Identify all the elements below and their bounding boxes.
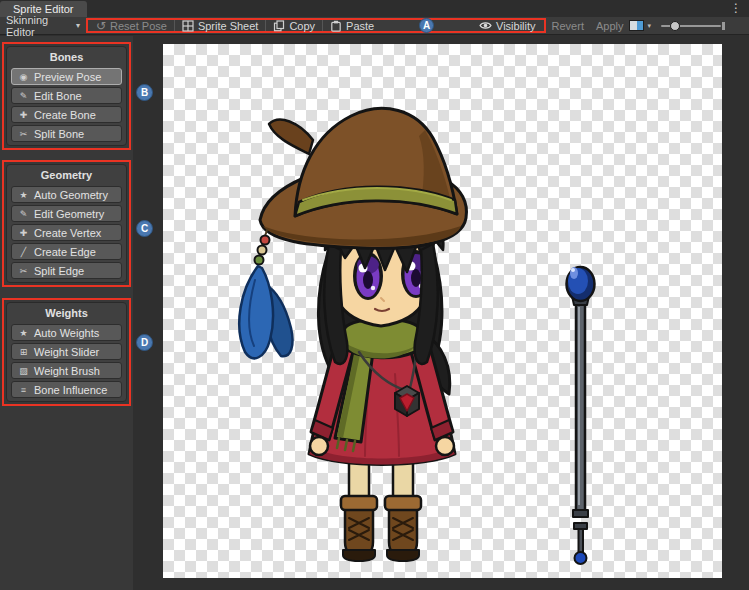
auto-geometry-label: Auto Geometry — [34, 189, 108, 201]
toolbar-separator — [322, 20, 323, 31]
annotation-box-c: Geometry ★ Auto Geometry ✎ Edit Geometry… — [2, 160, 131, 287]
auto-weights-label: Auto Weights — [34, 327, 99, 339]
weight-slider-button[interactable]: ⊞ Weight Slider — [11, 343, 122, 360]
callout-b: B — [136, 84, 153, 101]
geometry-panel: Geometry ★ Auto Geometry ✎ Edit Geometry… — [6, 164, 127, 283]
opacity-slider[interactable] — [661, 19, 721, 33]
slider-end-tick — [722, 22, 725, 30]
paste-icon — [330, 20, 342, 32]
weight-brush-icon: ▨ — [17, 366, 30, 376]
split-edge-button[interactable]: ✂ Split Edge — [11, 262, 122, 279]
apply-label: Apply — [596, 20, 624, 32]
create-edge-label: Create Edge — [34, 246, 96, 258]
create-bone-icon: ✚ — [17, 110, 30, 120]
create-bone-label: Create Bone — [34, 109, 96, 121]
toolbar-spacer: A — [380, 18, 473, 33]
apply-button[interactable]: Apply — [590, 17, 630, 34]
annotation-box-d: Weights ★ Auto Weights ⊞ Weight Slider ▨… — [2, 298, 131, 406]
main-area: Bones ◉ Preview Pose ✎ Edit Bone ✚ Creat… — [0, 36, 749, 590]
create-vertex-button[interactable]: ✚ Create Vertex — [11, 224, 122, 241]
auto-weights-icon: ★ — [17, 328, 30, 338]
copy-icon — [273, 20, 285, 32]
auto-geometry-button[interactable]: ★ Auto Geometry — [11, 186, 122, 203]
character-sprite — [163, 44, 722, 578]
bone-influence-label: Bone Influence — [34, 384, 107, 396]
toolbar-separator — [174, 20, 175, 31]
weight-brush-button[interactable]: ▨ Weight Brush — [11, 362, 122, 379]
toolbar-separator — [265, 20, 266, 31]
overlay-swatch-icon — [629, 20, 644, 31]
edit-geometry-button[interactable]: ✎ Edit Geometry — [11, 205, 122, 222]
weight-slider-icon: ⊞ — [17, 347, 30, 357]
annotation-box-b: Bones ◉ Preview Pose ✎ Edit Bone ✚ Creat… — [2, 42, 131, 150]
edit-bone-icon: ✎ — [17, 91, 30, 101]
sprite-editor-window: Sprite Editor ⋮ Skinning Editor ▾ ↺ Rese… — [0, 0, 749, 590]
skinning-editor-dropdown[interactable]: Skinning Editor ▾ — [0, 17, 86, 34]
callout-c-letter: C — [141, 223, 148, 234]
auto-weights-button[interactable]: ★ Auto Weights — [11, 324, 122, 341]
canvas-viewport — [133, 36, 749, 590]
callout-d: D — [136, 334, 153, 351]
create-vertex-icon: ✚ — [17, 228, 30, 238]
chevron-down-icon: ▾ — [76, 21, 80, 30]
visibility-label: Visibility — [496, 20, 536, 32]
reset-pose-button[interactable]: ↺ Reset Pose — [90, 20, 173, 31]
callout-d-letter: D — [141, 337, 148, 348]
auto-geometry-icon: ★ — [17, 190, 30, 200]
weights-panel: Weights ★ Auto Weights ⊞ Weight Slider ▨… — [6, 302, 127, 402]
revert-button[interactable]: Revert — [546, 17, 590, 34]
annotation-box-a: ↺ Reset Pose Sprite Sheet Co — [86, 18, 546, 33]
create-edge-icon: ╱ — [17, 247, 30, 257]
geometry-panel-title: Geometry — [11, 169, 122, 181]
bones-panel-title: Bones — [11, 51, 122, 63]
revert-label: Revert — [552, 20, 584, 32]
create-edge-button[interactable]: ╱ Create Edge — [11, 243, 122, 260]
weight-slider-label: Weight Slider — [34, 346, 99, 358]
feather-charm — [239, 230, 292, 358]
copy-button[interactable]: Copy — [267, 20, 321, 31]
reset-pose-label: Reset Pose — [110, 20, 167, 32]
kebab-menu-icon[interactable]: ⋮ — [730, 1, 742, 16]
preview-pose-icon: ◉ — [17, 72, 30, 82]
bone-influence-icon: ≡ — [17, 385, 30, 395]
skinning-editor-label: Skinning Editor — [6, 14, 71, 38]
split-edge-label: Split Edge — [34, 265, 84, 277]
callout-b-letter: B — [141, 87, 148, 98]
bone-influence-button[interactable]: ≡ Bone Influence — [11, 381, 122, 398]
skinning-toolbar: Skinning Editor ▾ ↺ Reset Pose Sprite Sh… — [0, 17, 749, 35]
eye-icon — [479, 20, 492, 31]
edit-geometry-label: Edit Geometry — [34, 208, 104, 220]
callout-a-letter: A — [423, 20, 430, 31]
preview-pose-button[interactable]: ◉ Preview Pose — [11, 68, 122, 85]
overlay-caret-icon: ▾ — [647, 22, 651, 30]
sprite-canvas[interactable] — [163, 44, 722, 578]
sprite-sheet-grid-icon — [182, 20, 194, 32]
split-edge-icon: ✂ — [17, 266, 30, 276]
split-bone-label: Split Bone — [34, 128, 84, 140]
boot-left — [341, 496, 377, 561]
callout-a: A — [419, 18, 434, 33]
edit-bone-label: Edit Bone — [34, 90, 82, 102]
reset-pose-icon: ↺ — [96, 20, 106, 32]
create-bone-button[interactable]: ✚ Create Bone — [11, 106, 122, 123]
overlay-color-toggle[interactable]: ▾ — [629, 20, 651, 31]
sprite-sheet-label: Sprite Sheet — [198, 20, 259, 32]
slider-knob[interactable] — [670, 21, 680, 31]
split-bone-button[interactable]: ✂ Split Bone — [11, 125, 122, 142]
visibility-button[interactable]: Visibility — [473, 20, 542, 31]
sprite-sheet-button[interactable]: Sprite Sheet — [176, 20, 265, 31]
preview-pose-label: Preview Pose — [34, 71, 101, 83]
copy-label: Copy — [289, 20, 315, 32]
tool-sidebar: Bones ◉ Preview Pose ✎ Edit Bone ✚ Creat… — [0, 36, 133, 590]
create-vertex-label: Create Vertex — [34, 227, 101, 239]
callout-c: C — [136, 220, 153, 237]
paste-button[interactable]: Paste — [324, 20, 380, 31]
edit-bone-button[interactable]: ✎ Edit Bone — [11, 87, 122, 104]
weights-panel-title: Weights — [11, 307, 122, 319]
window-header: Sprite Editor ⋮ — [0, 0, 749, 17]
staff-sprite — [567, 267, 595, 564]
boot-right — [385, 496, 421, 561]
paste-label: Paste — [346, 20, 374, 32]
weight-brush-label: Weight Brush — [34, 365, 100, 377]
hat — [260, 108, 466, 248]
